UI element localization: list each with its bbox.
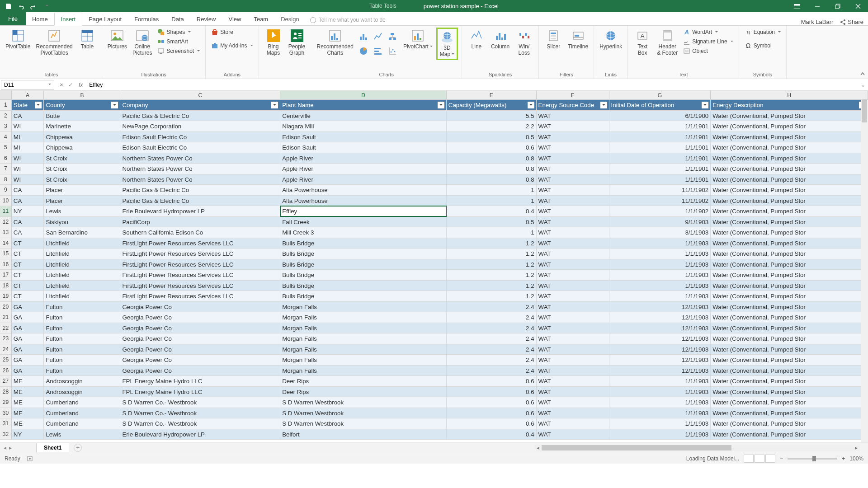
object-button[interactable]: Object: [681, 47, 735, 56]
cell[interactable]: Niagara Mill: [280, 121, 447, 131]
restore-icon[interactable]: [827, 0, 848, 12]
row-header[interactable]: 13: [0, 227, 12, 238]
col-header[interactable]: E: [447, 91, 537, 99]
cell[interactable]: Litchfield: [44, 291, 120, 301]
cell[interactable]: WAT: [537, 142, 609, 153]
cell[interactable]: Pacific Gas & Electric Co: [120, 185, 280, 195]
cell[interactable]: FirstLight Power Resources Services LLC: [120, 259, 280, 270]
enter-formula-icon[interactable]: ✓: [68, 82, 72, 88]
cell[interactable]: San Bernardino: [44, 227, 120, 238]
tab-data[interactable]: Data: [165, 13, 190, 25]
cell[interactable]: MI: [12, 142, 44, 153]
cell[interactable]: Water (Conventional, Pumped Stor: [711, 121, 868, 131]
cell[interactable]: 1/1/1903: [609, 249, 711, 259]
row-header[interactable]: 30: [0, 408, 12, 418]
cell[interactable]: WAT: [537, 121, 609, 131]
column-chart-button[interactable]: [357, 30, 370, 43]
cell[interactable]: GA: [12, 312, 44, 323]
undo-icon[interactable]: [17, 3, 24, 10]
cell[interactable]: 1/1/1901: [609, 132, 711, 142]
cell[interactable]: 2.4: [447, 312, 537, 323]
cell[interactable]: Lewis: [44, 429, 120, 440]
formula-input[interactable]: [85, 80, 858, 90]
row-header[interactable]: 10: [0, 196, 12, 206]
cell[interactable]: Litchfield: [44, 281, 120, 291]
cell[interactable]: FPL Energy Maine Hydro LLC: [120, 376, 280, 386]
cell[interactable]: WAT: [537, 270, 609, 280]
cell[interactable]: WAT: [537, 238, 609, 249]
cell[interactable]: WAT: [537, 196, 609, 206]
cell[interactable]: Apple River: [280, 153, 447, 164]
cell[interactable]: WAT: [537, 344, 609, 355]
row-header[interactable]: 15: [0, 249, 12, 259]
cell[interactable]: 2.4: [447, 355, 537, 365]
cell[interactable]: St Croix: [44, 174, 120, 185]
cell[interactable]: 0.6: [447, 418, 537, 429]
cell[interactable]: Apple River: [280, 174, 447, 185]
col-header[interactable]: F: [537, 91, 609, 99]
minimize-icon[interactable]: [807, 0, 827, 12]
row-header[interactable]: 11: [0, 206, 12, 216]
col-header[interactable]: D: [280, 91, 447, 99]
cell[interactable]: Fulton: [44, 333, 120, 344]
timeline-button[interactable]: Timeline: [566, 28, 590, 51]
cell[interactable]: Georgia Power Co: [120, 302, 280, 312]
cell[interactable]: Centerville: [280, 111, 447, 121]
cell[interactable]: Fall Creek: [280, 217, 447, 227]
cell[interactable]: Water (Conventional, Pumped Stor: [711, 111, 868, 121]
cell[interactable]: WAT: [537, 355, 609, 365]
row-header[interactable]: 28: [0, 387, 12, 397]
cell[interactable]: Pacific Gas & Electric Co: [120, 196, 280, 206]
row-header[interactable]: 24: [0, 344, 12, 355]
zoom-in-button[interactable]: +: [842, 455, 845, 462]
sheet-nav-next-icon[interactable]: ▸: [9, 445, 12, 451]
col-header[interactable]: B: [44, 91, 120, 99]
cell[interactable]: Effley: [280, 206, 447, 216]
cell[interactable]: ME: [12, 408, 44, 418]
pivottable-button[interactable]: PivotTable: [4, 28, 32, 57]
row-header[interactable]: 1: [0, 100, 12, 110]
cell[interactable]: WAT: [537, 312, 609, 323]
filter-button[interactable]: [35, 102, 42, 108]
row-header[interactable]: 12: [0, 217, 12, 227]
cell[interactable]: Water (Conventional, Pumped Stor: [711, 196, 868, 206]
cell[interactable]: Water (Conventional, Pumped Stor: [711, 142, 868, 153]
cell[interactable]: Water (Conventional, Pumped Stor: [711, 185, 868, 195]
cell[interactable]: WAT: [537, 323, 609, 333]
wordart-button[interactable]: AWordArt: [681, 28, 735, 37]
cell[interactable]: 0.4: [447, 206, 537, 216]
cell[interactable]: 0.8: [447, 153, 537, 164]
table-header-cell[interactable]: Capacity (Megawatts): [447, 100, 537, 110]
cell[interactable]: 1/1/1903: [609, 376, 711, 386]
cell[interactable]: 12/1/1903: [609, 312, 711, 323]
cell[interactable]: Georgia Power Co: [120, 366, 280, 376]
filter-button[interactable]: [111, 102, 118, 108]
pie-chart-button[interactable]: [357, 45, 370, 57]
row-header[interactable]: 4: [0, 132, 12, 142]
macro-record-icon[interactable]: [27, 455, 33, 462]
row-header[interactable]: 2: [0, 111, 12, 121]
cell[interactable]: S D Warren Co.- Westbrook: [120, 397, 280, 408]
collapse-ribbon-icon[interactable]: [860, 71, 865, 77]
cell[interactable]: WAT: [537, 185, 609, 195]
cell[interactable]: 12/1/1903: [609, 344, 711, 355]
cell[interactable]: Fulton: [44, 323, 120, 333]
hierarchy-chart-button[interactable]: [386, 30, 399, 43]
cell[interactable]: Androscoggin: [44, 376, 120, 386]
slicer-button[interactable]: Slicer: [542, 28, 564, 51]
cell[interactable]: 9/1/1903: [609, 217, 711, 227]
cell[interactable]: Litchfield: [44, 249, 120, 259]
cell[interactable]: MI: [12, 132, 44, 142]
cell[interactable]: Water (Conventional, Pumped Stor: [711, 376, 868, 386]
cell[interactable]: Water (Conventional, Pumped Stor: [711, 281, 868, 291]
cell[interactable]: Fulton: [44, 312, 120, 323]
cell[interactable]: WAT: [537, 291, 609, 301]
cell[interactable]: Siskiyou: [44, 217, 120, 227]
horizontal-scrollbar[interactable]: ◂ ▸: [534, 444, 860, 451]
cell[interactable]: Georgia Power Co: [120, 344, 280, 355]
cell[interactable]: WI: [12, 164, 44, 174]
cell[interactable]: 0.5: [447, 132, 537, 142]
cell[interactable]: 0.8: [447, 174, 537, 185]
table-header-cell[interactable]: State: [12, 100, 44, 110]
cell[interactable]: Placer: [44, 185, 120, 195]
